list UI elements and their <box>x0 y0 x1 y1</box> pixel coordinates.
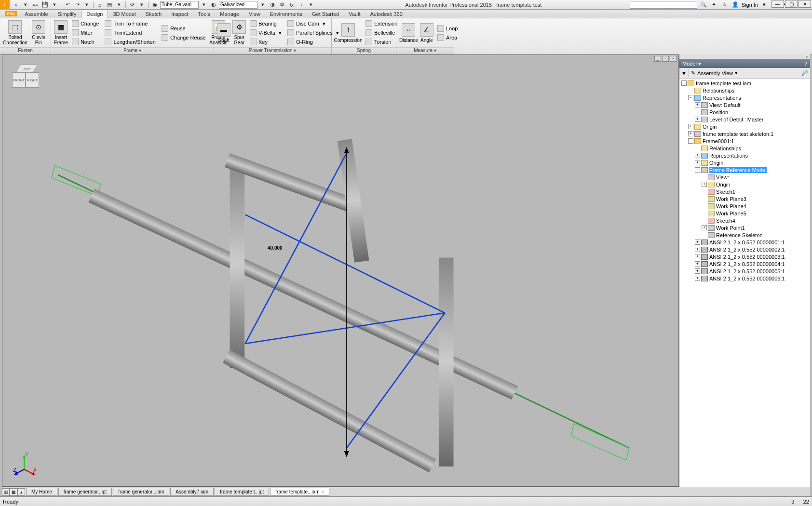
miter-button[interactable]: Miter <box>70 28 101 37</box>
chevron-down-icon[interactable]: ▾ <box>200 1 208 9</box>
axis-triad[interactable]: Y X Z <box>12 453 36 477</box>
chevron-down-icon[interactable]: ▾ <box>137 1 146 9</box>
tab-get-started[interactable]: Get Started <box>307 10 344 18</box>
close-button[interactable]: ✕ <box>798 0 811 8</box>
tree-node[interactable]: Work Plane5 <box>679 210 810 217</box>
tab-simplify[interactable]: Simplify <box>53 10 81 18</box>
tree-node[interactable]: +ANSI 2 1_2 x 0.552 00000004:1 <box>679 260 810 267</box>
material-dropdown[interactable] <box>160 1 199 9</box>
change-reuse-button[interactable]: Change Reuse <box>160 33 207 42</box>
expand-icon[interactable]: - <box>688 138 693 144</box>
undo-icon[interactable]: ↶ <box>63 1 72 9</box>
document-tab[interactable]: frame generator...iam <box>113 488 169 496</box>
expand-icon[interactable]: + <box>695 153 700 158</box>
expand-icon[interactable]: + <box>695 247 700 252</box>
chevron-down-icon[interactable]: ▾ <box>258 1 267 9</box>
app-logo[interactable]: I <box>0 0 10 10</box>
expand-icon[interactable]: - <box>681 80 687 86</box>
minimize-button[interactable]: — <box>771 0 784 8</box>
chevron-down-icon[interactable]: ▾ <box>21 1 30 9</box>
expand-icon[interactable]: + <box>695 240 700 245</box>
document-tab[interactable]: frame generator...ipt <box>58 488 112 496</box>
bolted-connection-button[interactable]: ⬚Bolted Connection <box>3 19 27 46</box>
expand-icon[interactable]: - <box>695 167 700 173</box>
shaft-button[interactable]: ▬Shaft <box>217 19 230 46</box>
tree-node[interactable]: +Origin <box>679 159 810 166</box>
redo-icon[interactable]: ↷ <box>73 1 81 9</box>
document-tab[interactable]: frame template t...ipt <box>215 488 269 496</box>
tree-node[interactable]: +ANSI 2 1_2 x 0.552 00000001:1 <box>679 239 810 246</box>
tree-node[interactable]: +Origin <box>679 123 810 130</box>
tab-view[interactable]: View <box>244 10 265 18</box>
tab-inspect[interactable]: Inspect <box>166 10 193 18</box>
expand-icon[interactable]: + <box>688 124 693 129</box>
model-tree[interactable]: -frame template test.iamRelationships-Re… <box>679 79 810 487</box>
document-tab[interactable]: Assembly7.iam <box>170 488 214 496</box>
document-tab[interactable]: frame template...iam× <box>270 488 329 496</box>
subscription-icon[interactable]: ✦ <box>710 1 718 9</box>
trim-extend-button[interactable]: Trim/Extend <box>103 28 157 37</box>
browser-header[interactable]: Model ▾? <box>679 59 810 68</box>
plus-icon[interactable]: + <box>297 1 306 9</box>
tab-sketch[interactable]: Sketch <box>140 10 166 18</box>
tab-grid-icon[interactable]: ▦ <box>10 488 17 496</box>
tree-node[interactable]: Sketch4 <box>679 217 810 224</box>
expand-icon[interactable]: + <box>695 254 700 259</box>
tree-node[interactable]: +ANSI 2 1_2 x 0.552 00000005:1 <box>679 267 810 275</box>
trim-to-frame-button[interactable]: Trim To Frame <box>103 19 157 28</box>
home-icon[interactable]: ⌂ <box>95 1 104 9</box>
tree-node[interactable]: -Frame0001:1 <box>679 137 810 145</box>
tree-node[interactable]: +frame template test skeleton:1 <box>679 130 810 137</box>
tree-node[interactable]: +Representations <box>679 152 810 159</box>
update-icon[interactable]: ⟳ <box>128 1 136 9</box>
document-tab[interactable]: My Home <box>26 488 57 496</box>
open-icon[interactable]: ▭ <box>31 1 40 9</box>
save-icon[interactable]: 💾 <box>41 1 49 9</box>
key-button[interactable]: Key <box>248 38 284 46</box>
browser-close-icon[interactable]: × <box>679 54 810 59</box>
vbelts-button[interactable]: V-Belts ▾ <box>248 28 284 37</box>
material-icon[interactable]: ◉ <box>150 1 159 9</box>
search-icon[interactable]: 🔍 <box>699 1 708 9</box>
panel-label[interactable]: Measure ▾ <box>396 47 454 54</box>
chevron-down-icon[interactable]: ▾ <box>115 1 123 9</box>
tab-design[interactable]: Design <box>81 10 108 18</box>
spur-gear-button[interactable]: ⚙Spur Gear <box>232 19 246 46</box>
tree-node[interactable]: +ANSI 2 1_2 x 0.552 00000002:1 <box>679 246 810 253</box>
favorite-icon[interactable]: ☆ <box>720 1 729 9</box>
tree-node[interactable]: -Frame Reference Model <box>679 166 810 173</box>
chevron-down-icon[interactable]: ▾ <box>760 1 769 9</box>
chevron-down-icon[interactable]: ▾ <box>50 1 59 9</box>
clevis-pin-button[interactable]: ⊙Clevis Pin <box>29 19 48 46</box>
expand-icon[interactable]: + <box>695 276 700 281</box>
distance-button[interactable]: ↔Distance <box>399 19 418 46</box>
tree-node[interactable]: Relationships <box>679 87 810 94</box>
expand-icon[interactable]: + <box>688 131 693 136</box>
tree-node[interactable]: Work Plane3 <box>679 195 810 202</box>
panel-label[interactable]: Frame ▾ <box>51 47 214 54</box>
fx-icon[interactable]: fx <box>287 1 296 9</box>
select-icon[interactable]: ▤ <box>105 1 114 9</box>
chevron-down-icon[interactable]: ▾ <box>307 1 315 9</box>
bearing-button[interactable]: Bearing <box>248 19 284 28</box>
close-icon[interactable]: × <box>321 490 324 494</box>
tree-node[interactable]: +Origin <box>679 181 810 188</box>
chevron-down-icon[interactable]: ▾ <box>82 1 91 9</box>
tab-manage[interactable]: Manage <box>215 10 244 18</box>
tab-list-icon[interactable]: ▥ <box>2 488 10 496</box>
maximize-button[interactable]: ▢ <box>785 0 798 8</box>
tab-3d-model[interactable]: 3D Model <box>108 10 140 18</box>
tree-node[interactable]: Reference Skeleton <box>679 231 810 239</box>
tree-node[interactable]: View: <box>679 173 810 181</box>
find-icon[interactable]: 🔎 <box>801 70 808 76</box>
angle-button[interactable]: ∠Angle <box>420 19 433 46</box>
tree-node[interactable]: Relationships <box>679 145 810 152</box>
panel-label[interactable]: Power Transmission ▾ <box>214 47 331 54</box>
expand-icon[interactable]: + <box>702 182 707 187</box>
expand-icon[interactable]: + <box>695 261 700 266</box>
filter-icon[interactable]: ▼ <box>681 70 687 76</box>
expand-icon[interactable]: + <box>702 225 707 230</box>
appearance-icon[interactable]: ◐ <box>209 1 218 9</box>
3d-viewport[interactable]: _ ▫ × TOP FRONT RIGHT <box>2 54 679 487</box>
tree-node[interactable]: +ANSI 2 1_2 x 0.552 00000003:1 <box>679 253 810 260</box>
